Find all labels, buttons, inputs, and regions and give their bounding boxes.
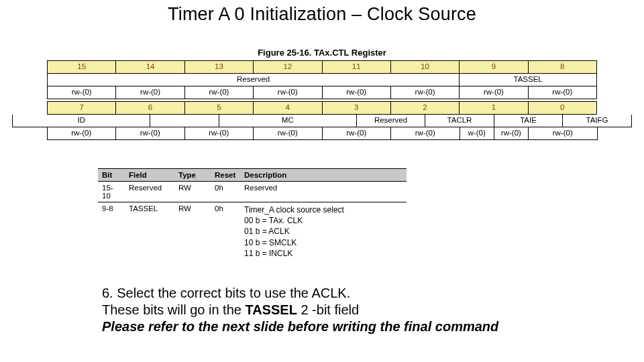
field-reserved-lo: Reserved [356,115,425,127]
table-row: 9-8 TASSEL RW 0h Timer_A clock source se… [98,202,407,261]
figure-caption: Figure 25-16. TAx.CTL Register [0,48,644,58]
field-taie: TAIE [494,115,563,127]
desc-opt: 01 b = ACLK [244,226,402,237]
field-row-hi: Reserved TASSEL [48,74,597,86]
bit-row-hi: 15141312 111098 [48,61,597,74]
slide-title: Timer A 0 Initialization – Clock Source [0,4,644,25]
field-tassel: TASSEL [460,74,597,86]
desc-opt: 00 b = TAx. CLK [244,215,402,226]
instruction-line: Please refer to the next slide before wr… [102,318,585,335]
instruction-line: These bits will go in the TASSEL 2 -bit … [102,302,585,318]
field-id: ID [13,115,150,127]
register-table-lo-names: ID MC Reserved TACLR TAIE TAIFG [12,115,632,127]
desc-head: Timer_A clock source select [244,204,402,215]
instruction-line: 6. Select the correct bits to use the AC… [102,285,585,302]
desc-opt: 11 b = INCLK [244,248,402,259]
desc-opt: 10 b = SMCLK [244,237,402,248]
instruction-block: 6. Select the correct bits to use the AC… [102,285,585,335]
rw-row-hi: rw-(0)rw-(0)rw-(0)rw-(0) rw-(0)rw-(0)rw-… [48,86,597,99]
register-table: 15141312 111098 Reserved TASSEL rw-(0)rw… [47,60,597,115]
rw-row-lo: rw-(0)rw-(0)rw-(0)rw-(0) rw-(0)rw-(0)w-(… [47,127,597,140]
field-taclr: TACLR [425,115,494,127]
field-description-table: Bit Field Type Reset Description 15-10 R… [98,168,407,261]
field-taifg: TAIFG [563,115,632,127]
field-reserved-hi: Reserved [48,74,460,86]
bit-row-lo: 7654 3210 [48,102,597,115]
table-row: 15-10 Reserved RW 0h Reserved [98,182,407,202]
register-table-lo-rw: rw-(0)rw-(0)rw-(0)rw-(0) rw-(0)rw-(0)w-(… [47,127,598,140]
table-header-row: Bit Field Type Reset Description [98,169,407,182]
field-mc: MC [219,115,356,127]
